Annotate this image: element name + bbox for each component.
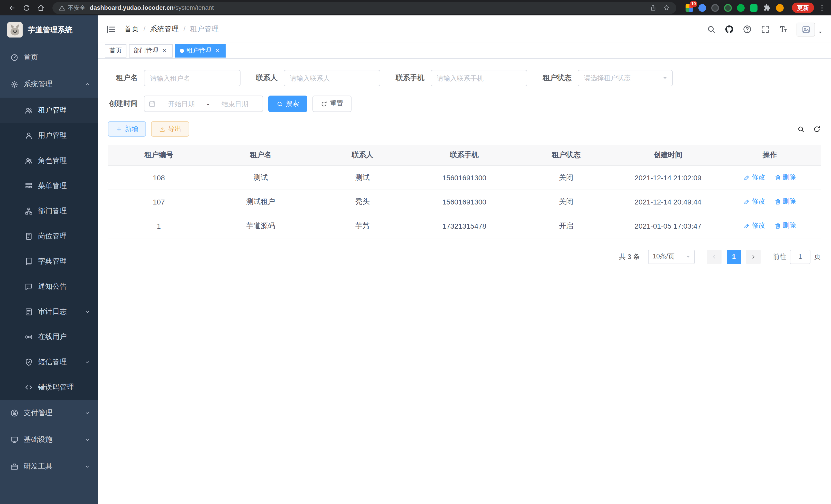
security-indicator[interactable]: 不安全 xyxy=(59,4,86,11)
browser-home-button[interactable] xyxy=(34,1,47,14)
date-start-input[interactable] xyxy=(158,100,205,108)
extension-icon[interactable] xyxy=(698,4,706,11)
security-label: 不安全 xyxy=(68,4,86,11)
extension-badge: 10 xyxy=(690,1,697,7)
sidebar-menu-item[interactable]: 错误码管理 xyxy=(0,375,98,400)
font-size-icon[interactable] xyxy=(779,25,788,34)
table-column-header: 联系人 xyxy=(312,145,413,166)
edit-pencil-icon xyxy=(744,223,750,229)
chevron-icon xyxy=(84,464,90,470)
extensions-puzzle-icon[interactable] xyxy=(763,4,771,12)
logo-row[interactable]: 芋道管理系统 xyxy=(0,16,98,44)
refresh-table-icon[interactable] xyxy=(813,125,821,133)
cell-operations: 修改 删除 xyxy=(719,189,821,214)
active-tab-dot xyxy=(180,49,184,53)
sidebar-menu-item[interactable]: 支付管理 xyxy=(0,400,98,426)
message-icon xyxy=(25,282,33,291)
tenant-name-label: 租户名 xyxy=(108,73,144,83)
goto-page-input[interactable] xyxy=(790,249,810,264)
sidebar-menu-item[interactable]: 短信管理 xyxy=(0,349,98,375)
header-search-icon[interactable] xyxy=(707,25,716,34)
delete-link[interactable]: 删除 xyxy=(774,173,796,182)
sidebar-menu-item[interactable]: 部门管理 xyxy=(0,198,98,224)
prev-page-button[interactable] xyxy=(707,249,721,264)
tag-view-tab[interactable]: 首页 xyxy=(105,44,126,57)
cell-tenant-name: 测试 xyxy=(210,166,311,189)
delete-link[interactable]: 删除 xyxy=(774,221,796,230)
cell-operations: 修改 删除 xyxy=(719,166,821,189)
chevron-icon xyxy=(84,81,90,87)
github-icon[interactable] xyxy=(725,25,734,34)
sidebar-menu-item[interactable]: 研发工具 xyxy=(0,453,98,480)
sidebar-menu-item[interactable]: 岗位管理 xyxy=(0,224,98,249)
tab-close-icon[interactable]: × xyxy=(161,47,168,54)
menu-item-label: 通知公告 xyxy=(38,282,90,291)
sidebar-menu-item[interactable]: 通知公告 xyxy=(0,274,98,299)
online-icon xyxy=(25,333,33,341)
tenant-name-input[interactable] xyxy=(144,70,240,86)
sidebar-menu-item[interactable]: 审计日志 xyxy=(0,299,98,324)
sidebar-menu-item[interactable]: 基础设施 xyxy=(0,426,98,453)
extension-icon[interactable] xyxy=(737,4,745,11)
edit-link[interactable]: 修改 xyxy=(744,221,765,230)
edit-link[interactable]: 修改 xyxy=(744,197,765,206)
extension-icon[interactable] xyxy=(711,4,719,11)
sidebar-menu-item[interactable]: 用户管理 xyxy=(0,123,98,148)
browser-update-button[interactable]: 更新 xyxy=(792,3,814,13)
edit-link[interactable]: 修改 xyxy=(744,173,765,182)
delete-link[interactable]: 删除 xyxy=(774,197,796,206)
tab-close-icon[interactable]: × xyxy=(214,47,221,54)
browser-back-button[interactable] xyxy=(5,1,19,14)
export-button[interactable]: 导出 xyxy=(151,121,189,137)
browser-reload-button[interactable] xyxy=(20,1,33,14)
table-row: 108 测试 测试 15601691300 关闭 2021-12-14 21:0… xyxy=(108,166,821,189)
tag-view-tab[interactable]: 部门管理 × xyxy=(129,44,173,57)
cell-tenant-name: 芋道源码 xyxy=(210,214,311,238)
application-window: 不安全 dashboard.yudao.iocoder.cn/system/te… xyxy=(0,0,831,504)
next-page-button[interactable] xyxy=(746,249,761,264)
create-time-label: 创建时间 xyxy=(108,99,144,109)
user-avatar-dropdown[interactable] xyxy=(797,22,823,36)
contact-input[interactable] xyxy=(284,70,380,86)
reset-button[interactable]: 重置 xyxy=(312,95,351,112)
sidebar-menu-item[interactable]: 在线用户 xyxy=(0,324,98,349)
share-icon[interactable] xyxy=(650,4,657,11)
profile-avatar[interactable] xyxy=(776,4,784,11)
table-column-header: 操作 xyxy=(719,145,821,166)
extension-icon[interactable] xyxy=(724,4,732,11)
date-range-picker[interactable]: - xyxy=(144,95,263,112)
sidebar-menu-item[interactable]: 租户管理 xyxy=(0,98,98,123)
toggle-search-icon[interactable] xyxy=(797,125,805,133)
export-button-label: 导出 xyxy=(168,124,181,134)
trash-icon xyxy=(774,174,781,181)
breadcrumb-item[interactable]: 租户管理 xyxy=(179,25,219,34)
sidebar-collapse-icon[interactable] xyxy=(106,24,116,34)
extension-icon[interactable] xyxy=(750,4,757,11)
status-select[interactable]: 请选择租户状态 xyxy=(578,70,673,86)
sidebar-menu-item[interactable]: 菜单管理 xyxy=(0,173,98,198)
sidebar-menu-item[interactable]: 角色管理 xyxy=(0,148,98,173)
help-icon[interactable] xyxy=(743,25,752,34)
breadcrumb-item[interactable]: 系统管理 xyxy=(139,25,179,34)
app-title: 芋道管理系统 xyxy=(28,25,73,35)
tag-view-tab[interactable]: 租户管理 × xyxy=(175,44,226,57)
search-button[interactable]: 搜索 xyxy=(268,95,307,112)
page-number-1[interactable]: 1 xyxy=(727,249,741,264)
page-size-select[interactable]: 10条/页 xyxy=(648,249,695,264)
sidebar-menu-item[interactable]: 首页 xyxy=(0,44,98,71)
fullscreen-icon[interactable] xyxy=(761,25,770,34)
address-bar[interactable]: 不安全 dashboard.yudao.iocoder.cn/system/te… xyxy=(52,2,676,13)
cell-contact: 测试 xyxy=(312,166,413,189)
sidebar-menu-item[interactable]: 字典管理 xyxy=(0,249,98,274)
extension-icon[interactable]: 10 xyxy=(686,4,693,11)
sidebar-menu-item[interactable]: 系统管理 xyxy=(0,71,98,98)
breadcrumb-item[interactable]: 首页 xyxy=(124,25,139,34)
phone-input[interactable] xyxy=(431,70,527,86)
add-button[interactable]: 新增 xyxy=(108,121,146,137)
bookmark-star-icon[interactable] xyxy=(663,4,670,11)
cell-operations: 修改 删除 xyxy=(719,214,821,238)
navbar-actions xyxy=(707,22,823,36)
date-end-input[interactable] xyxy=(211,100,258,108)
cell-created: 2021-12-14 20:49:44 xyxy=(617,189,719,214)
browser-menu-icon[interactable] xyxy=(818,4,826,11)
